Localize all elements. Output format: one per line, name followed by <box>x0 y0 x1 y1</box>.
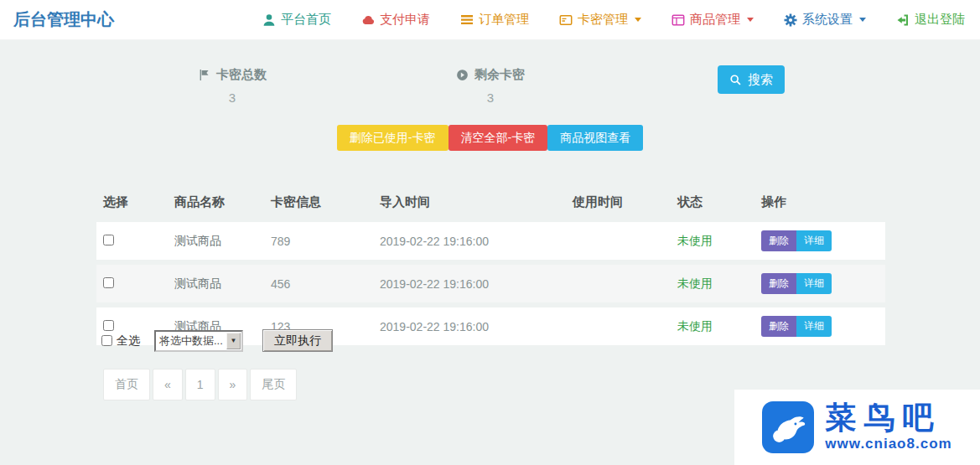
column-header: 导入时间 <box>373 188 566 217</box>
search-button-label: 搜索 <box>748 72 773 88</box>
select-all-label: 全选 <box>117 333 140 349</box>
row-detail-button[interactable]: 详细 <box>796 230 832 251</box>
action-button-2[interactable]: 商品视图查看 <box>547 125 643 151</box>
bulk-controls: 全选 将选中数据... ▼ 立即执行 <box>101 329 333 352</box>
page-number-button[interactable]: 1 <box>185 369 215 400</box>
nav-item-label: 商品管理 <box>690 12 740 28</box>
cloud-icon <box>361 13 375 27</box>
cell-use-time <box>566 265 671 302</box>
execute-button[interactable]: 立即执行 <box>262 329 333 352</box>
stat-value: 3 <box>415 90 566 105</box>
watermark-title: 菜鸟吧 <box>825 402 951 433</box>
select-all-control[interactable]: 全选 <box>101 333 140 349</box>
nav-item-3[interactable]: 卡密管理 <box>559 12 641 28</box>
action-button-0[interactable]: 删除已使用-卡密 <box>337 125 449 151</box>
cell-import-time: 2019-02-22 19:16:00 <box>373 307 566 345</box>
cell-product-name: 测试商品 <box>168 265 264 302</box>
list-icon <box>460 13 474 27</box>
logout-icon <box>896 13 910 27</box>
nav-item-label: 平台首页 <box>281 12 331 28</box>
row-checkbox[interactable] <box>103 277 114 288</box>
table-row: 测试商品4562019-02-22 19:16:00未使用删除详细 <box>96 265 885 302</box>
column-header: 状态 <box>671 188 754 217</box>
watermark-url: www.cniao8.com <box>825 436 951 452</box>
nav-item-label: 卡密管理 <box>578 12 628 28</box>
card-icon <box>559 13 573 27</box>
card-key-table-wrap: 选择商品名称卡密信息导入时间使用时间状态操作 测试商品7892019-02-22… <box>96 183 885 350</box>
column-header: 卡密信息 <box>264 188 373 217</box>
column-header: 商品名称 <box>168 188 264 217</box>
row-delete-button[interactable]: 删除 <box>761 316 796 337</box>
cniao8-logo <box>762 401 814 453</box>
column-header: 使用时间 <box>566 188 671 217</box>
search-icon <box>729 74 742 86</box>
action-button-1[interactable]: 清空全部-卡密 <box>449 125 548 151</box>
card-key-table: 选择商品名称卡密信息导入时间使用时间状态操作 测试商品7892019-02-22… <box>96 183 885 350</box>
table-header-row: 选择商品名称卡密信息导入时间使用时间状态操作 <box>96 188 885 217</box>
app-title: 后台管理中心 <box>13 8 114 31</box>
row-delete-button[interactable]: 删除 <box>761 273 796 294</box>
stat-remaining-cards: 剩余卡密3 <box>415 67 566 105</box>
product-icon <box>671 13 685 27</box>
pagination: 首页«1»尾页 <box>103 369 297 400</box>
flag-icon <box>198 69 210 81</box>
stat-total-cards: 卡密总数3 <box>157 67 308 105</box>
cell-import-time: 2019-02-22 19:16:00 <box>373 222 566 260</box>
page-next-button[interactable]: » <box>218 369 248 400</box>
cell-status: 未使用 <box>671 265 754 302</box>
caret-down-icon <box>747 18 754 22</box>
select-all-checkbox[interactable] <box>101 335 112 346</box>
cell-status: 未使用 <box>671 307 754 345</box>
page-first-button[interactable]: 首页 <box>103 369 150 400</box>
site-watermark: 菜鸟吧 www.cniao8.com <box>734 390 980 465</box>
row-checkbox[interactable] <box>103 235 114 245</box>
nav-item-5[interactable]: 系统设置 <box>784 12 866 28</box>
row-delete-button[interactable]: 删除 <box>761 230 796 251</box>
nav-item-1[interactable]: 支付申请 <box>361 12 430 28</box>
cell-import-time: 2019-02-22 19:16:00 <box>373 265 566 302</box>
nav-item-label: 支付申请 <box>380 12 430 28</box>
select-dropdown-arrow-icon: ▼ <box>226 333 241 349</box>
circle-arrow-icon <box>456 69 469 81</box>
nav-item-4[interactable]: 商品管理 <box>671 12 754 28</box>
column-header: 选择 <box>96 188 168 217</box>
search-button[interactable]: 搜索 <box>718 65 785 94</box>
page-prev-button[interactable]: « <box>153 369 183 400</box>
cell-card-code: 456 <box>264 265 373 302</box>
bulk-action-buttons: 删除已使用-卡密清空全部-卡密商品视图查看 <box>0 125 980 151</box>
nav-item-2[interactable]: 订单管理 <box>460 12 529 28</box>
column-header: 操作 <box>754 188 885 217</box>
cell-use-time <box>566 222 671 260</box>
stat-label: 剩余卡密 <box>474 67 525 83</box>
row-detail-button[interactable]: 详细 <box>796 316 832 337</box>
bulk-action-select-value: 将选中数据... <box>156 333 226 349</box>
row-detail-button[interactable]: 详细 <box>796 273 832 294</box>
user-icon <box>262 13 276 27</box>
nav-item-6[interactable]: 退出登陆 <box>896 12 965 28</box>
bulk-action-select[interactable]: 将选中数据... ▼ <box>154 330 243 352</box>
table-row: 测试商品7892019-02-22 19:16:00未使用删除详细 <box>96 222 885 260</box>
nav-menu: 平台首页支付申请订单管理卡密管理商品管理系统设置退出登陆 <box>262 12 967 28</box>
nav-item-0[interactable]: 平台首页 <box>262 12 331 28</box>
caret-down-icon <box>635 18 641 22</box>
bird-icon <box>766 406 810 449</box>
caret-down-icon <box>859 18 866 22</box>
nav-item-label: 退出登陆 <box>915 12 965 28</box>
cell-use-time <box>566 307 671 345</box>
gear-icon <box>784 13 797 27</box>
nav-item-label: 订单管理 <box>479 12 529 28</box>
cell-status: 未使用 <box>671 222 754 260</box>
page-last-button[interactable]: 尾页 <box>250 369 297 400</box>
cell-product-name: 测试商品 <box>168 222 264 260</box>
nav-item-label: 系统设置 <box>802 12 853 28</box>
navbar: 后台管理中心 平台首页支付申请订单管理卡密管理商品管理系统设置退出登陆 <box>0 0 980 40</box>
stat-label: 卡密总数 <box>216 67 267 83</box>
cell-card-code: 789 <box>264 222 373 260</box>
stat-value: 3 <box>157 90 308 105</box>
